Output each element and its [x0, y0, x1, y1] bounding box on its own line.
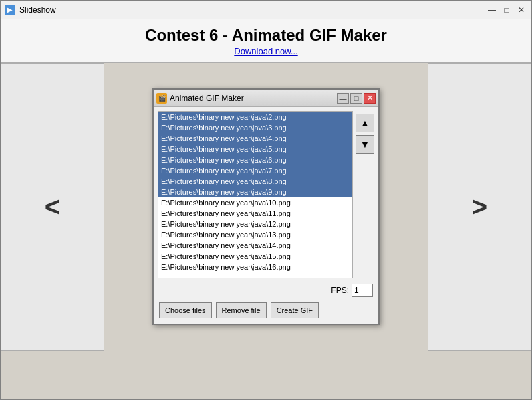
dialog-close-button[interactable]: ✕	[364, 93, 376, 104]
download-link[interactable]: Download now...	[234, 46, 297, 56]
dialog-buttons: Choose files Remove file Create GIF	[154, 300, 378, 324]
fps-label: FPS:	[331, 286, 349, 295]
dialog-controls: — □ ✕	[337, 93, 376, 104]
dialog-title-label: Animated GIF Maker	[170, 94, 244, 103]
file-list-container: E:\Pictures\binary new year\java\2.pngE:…	[154, 107, 378, 282]
fps-input[interactable]	[352, 284, 373, 297]
create-gif-button[interactable]: Create GIF	[271, 302, 319, 318]
app-icon: ▶	[5, 5, 15, 15]
maximize-button[interactable]: □	[501, 4, 513, 16]
app-header: Contest 6 - Animated GIF Maker Download …	[1, 19, 531, 63]
page-title: Contest 6 - Animated GIF Maker	[1, 26, 531, 45]
dialog-minimize-button[interactable]: —	[337, 93, 349, 104]
file-list[interactable]: E:\Pictures\binary new year\java\2.pngE:…	[158, 111, 353, 278]
dialog-icon: 🎬	[156, 93, 167, 104]
close-button[interactable]: ✕	[515, 4, 527, 16]
main-area: < 🎬 Animated GIF Maker — □ ✕ E:\Pictures…	[1, 63, 531, 351]
nav-right-button[interactable]: >	[428, 63, 531, 351]
list-item[interactable]: E:\Pictures\binary new year\java\8.png	[158, 176, 352, 187]
title-bar: ▶ Slideshow — □ ✕	[1, 1, 531, 19]
list-item[interactable]: E:\Pictures\binary new year\java\4.png	[158, 133, 352, 144]
dialog-maximize-button[interactable]: □	[350, 93, 362, 104]
move-up-button[interactable]: ▲	[356, 114, 374, 132]
list-item[interactable]: E:\Pictures\binary new year\java\5.png	[158, 144, 352, 155]
list-item[interactable]: E:\Pictures\binary new year\java\7.png	[158, 165, 352, 176]
list-item[interactable]: E:\Pictures\binary new year\java\16.png	[158, 262, 352, 272]
title-bar-left: ▶ Slideshow	[5, 5, 56, 15]
remove-file-button[interactable]: Remove file	[216, 302, 267, 318]
list-controls: ▲ ▼	[356, 111, 374, 278]
dialog-titlebar: 🎬 Animated GIF Maker — □ ✕	[154, 90, 378, 107]
title-bar-controls: — □ ✕	[486, 4, 527, 16]
app-title-label: Slideshow	[19, 5, 56, 15]
list-item[interactable]: E:\Pictures\binary new year\java\2.png	[158, 112, 352, 122]
list-item[interactable]: E:\Pictures\binary new year\java\12.png	[158, 219, 352, 229]
minimize-button[interactable]: —	[486, 4, 498, 16]
bottom-bar	[1, 351, 531, 371]
list-item[interactable]: E:\Pictures\binary new year\java\3.png	[158, 122, 352, 133]
choose-files-button[interactable]: Choose files	[159, 302, 212, 318]
move-down-button[interactable]: ▼	[356, 135, 374, 154]
list-item[interactable]: E:\Pictures\binary new year\java\15.png	[158, 251, 352, 262]
dialog-title-left: 🎬 Animated GIF Maker	[156, 93, 244, 104]
animated-gif-dialog: 🎬 Animated GIF Maker — □ ✕ E:\Pictures\b…	[152, 88, 380, 325]
list-item[interactable]: E:\Pictures\binary new year\java\10.png	[158, 197, 352, 208]
nav-left-button[interactable]: <	[1, 63, 104, 351]
center-area: 🎬 Animated GIF Maker — □ ✕ E:\Pictures\b…	[104, 63, 428, 351]
list-item[interactable]: E:\Pictures\binary new year\java\14.png	[158, 240, 352, 251]
fps-row: FPS:	[154, 282, 378, 300]
list-item[interactable]: E:\Pictures\binary new year\java\6.png	[158, 155, 352, 165]
app-icon-glyph: ▶	[7, 6, 13, 13]
list-item[interactable]: E:\Pictures\binary new year\java\9.png	[158, 187, 352, 197]
list-item[interactable]: E:\Pictures\binary new year\java\11.png	[158, 208, 352, 219]
list-item[interactable]: E:\Pictures\binary new year\java\13.png	[158, 229, 352, 240]
